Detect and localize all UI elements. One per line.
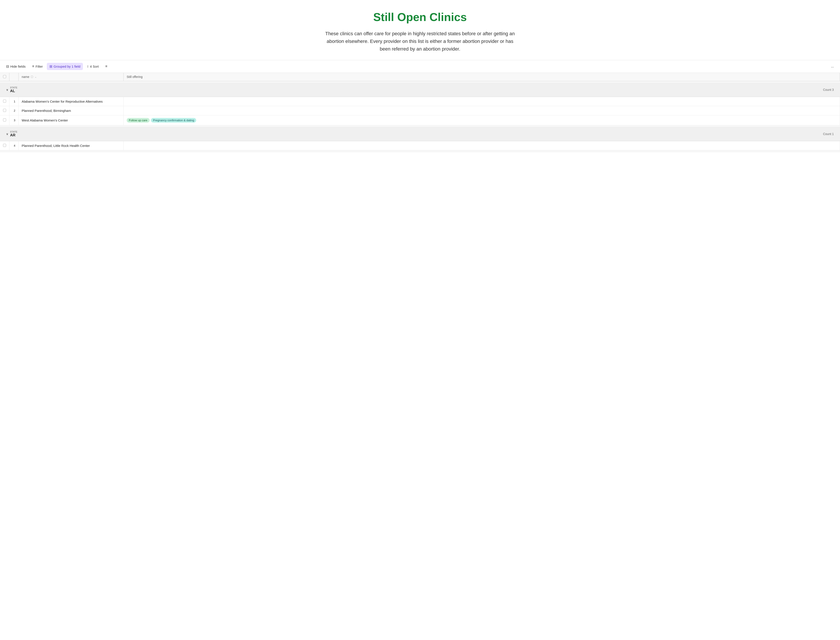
row-checkbox[interactable] <box>3 109 6 112</box>
table-row: 2 Planned Parenthood, Birmingham <box>0 106 840 115</box>
name-column-header[interactable]: name ⓘ ⌄ <box>19 73 124 81</box>
density-button[interactable]: ≡ <box>102 63 110 70</box>
offering-column-header[interactable]: Still offering <box>124 73 840 81</box>
row-checkbox-cell <box>0 115 10 125</box>
sort-button[interactable]: ↕ 4 Sort <box>84 63 101 70</box>
row-offering <box>124 141 840 150</box>
row-name: Planned Parenthood, Birmingham <box>19 106 124 115</box>
more-icon: ... <box>831 64 834 68</box>
row-offering: Follow up carePregnancy confirmation & d… <box>124 115 840 125</box>
row-num-header <box>10 73 19 81</box>
grouped-label: Grouped by 1 field <box>54 64 80 68</box>
tag-green: Follow up care <box>127 118 150 123</box>
group-state-label: STATE <box>10 86 823 89</box>
row-checkbox-cell <box>0 141 10 150</box>
grouped-button[interactable]: ⊞ Grouped by 1 field <box>47 63 83 70</box>
data-table: name ⓘ ⌄ Still offering ∨ STATE A <box>0 73 840 152</box>
filter-button[interactable]: ≡ Filter <box>30 63 45 70</box>
table-row: 1 Alabama Women's Center for Reproductiv… <box>0 97 840 106</box>
header-checkbox[interactable] <box>3 75 6 78</box>
density-icon: ≡ <box>105 64 107 68</box>
row-name: Planned Parenthood, Little Rock Health C… <box>19 141 124 150</box>
filter-icon: ≡ <box>32 64 34 68</box>
hide-fields-button[interactable]: ⊟ Hide fields <box>3 63 28 70</box>
row-number: 3 <box>10 115 19 125</box>
toolbar: ⊟ Hide fields ≡ Filter ⊞ Grouped by 1 fi… <box>0 60 840 73</box>
row-offering <box>124 97 840 106</box>
spacer-row-trailing <box>0 150 840 152</box>
table-container: name ⓘ ⌄ Still offering ∨ STATE A <box>0 73 840 152</box>
group-count: Count 1 <box>823 132 834 136</box>
row-offering <box>124 106 840 115</box>
hide-fields-icon: ⊟ <box>6 64 9 69</box>
spacer-row <box>0 125 840 127</box>
page-title: Still Open Clinics <box>4 11 836 24</box>
filter-label: Filter <box>35 64 43 68</box>
row-name: Alabama Women's Center for Reproductive … <box>19 97 124 106</box>
row-number: 1 <box>10 97 19 106</box>
group-state-value: AR <box>10 133 16 137</box>
row-number: 4 <box>10 141 19 150</box>
column-sort-icon[interactable]: ⌄ <box>35 75 37 78</box>
row-checkbox[interactable] <box>3 144 6 147</box>
column-info-icon[interactable]: ⓘ <box>30 75 33 79</box>
table-header-row: name ⓘ ⌄ Still offering <box>0 73 840 81</box>
offering-column-label: Still offering <box>127 75 143 78</box>
group-row: ∨ STATE AL Count 3 <box>0 83 840 97</box>
group-chevron-icon[interactable]: ∨ <box>6 88 8 91</box>
tag-teal: Pregnancy confirmation & dating <box>151 118 196 123</box>
group-state-value: AL <box>10 89 15 93</box>
table-row: 4 Planned Parenthood, Little Rock Health… <box>0 141 840 150</box>
page-header: Still Open Clinics These clinics can off… <box>0 0 840 60</box>
group-state-label: STATE <box>10 131 823 133</box>
row-name: West Alabama Women's Center <box>19 115 124 125</box>
group-row: ∨ STATE AR Count 1 <box>0 127 840 141</box>
row-number: 2 <box>10 106 19 115</box>
sort-label: 4 Sort <box>90 64 99 68</box>
group-count: Count 3 <box>823 88 834 91</box>
row-checkbox[interactable] <box>3 99 6 102</box>
name-column-label: name <box>22 75 29 78</box>
row-checkbox[interactable] <box>3 118 6 122</box>
sort-icon: ↕ <box>87 64 89 68</box>
grouped-icon: ⊞ <box>50 64 52 69</box>
hide-fields-label: Hide fields <box>10 64 26 68</box>
more-button[interactable]: ... <box>829 63 837 70</box>
spacer-row <box>0 81 840 83</box>
table-row: 3 West Alabama Women's Center Follow up … <box>0 115 840 125</box>
checkbox-header <box>0 73 10 81</box>
row-checkbox-cell <box>0 106 10 115</box>
group-chevron-icon[interactable]: ∨ <box>6 133 8 136</box>
row-checkbox-cell <box>0 97 10 106</box>
page-description: These clinics can offer care for people … <box>321 30 519 53</box>
